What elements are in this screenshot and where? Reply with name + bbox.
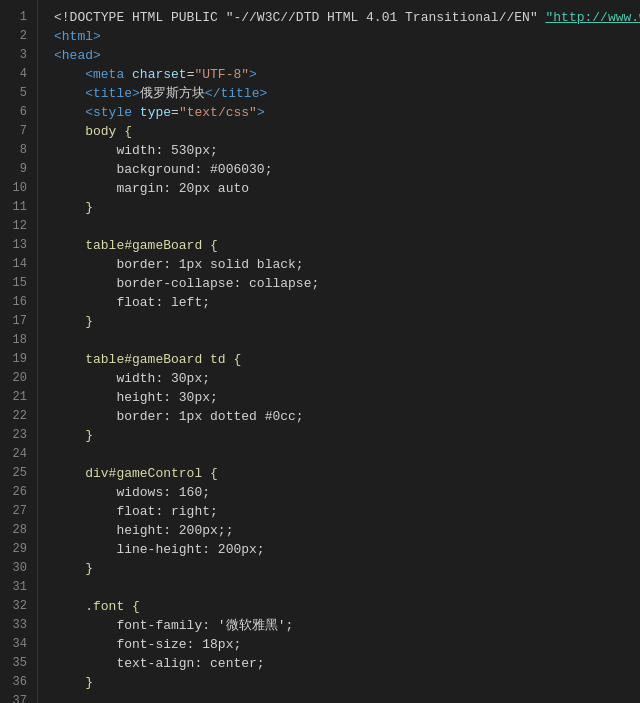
code-line: font-family: '微软雅黑'; bbox=[54, 616, 640, 635]
token: margin: 20px auto bbox=[54, 179, 249, 198]
line-number: 17 bbox=[0, 312, 27, 331]
token: .font { bbox=[54, 597, 140, 616]
code-line bbox=[54, 217, 640, 236]
line-number: 25 bbox=[0, 464, 27, 483]
token: type bbox=[140, 103, 171, 122]
line-number: 8 bbox=[0, 141, 27, 160]
code-line: widows: 160; bbox=[54, 483, 640, 502]
token: < bbox=[54, 84, 93, 103]
line-number: 31 bbox=[0, 578, 27, 597]
code-line: } bbox=[54, 312, 640, 331]
code-line: line-height: 200px; bbox=[54, 540, 640, 559]
token: } bbox=[54, 198, 93, 217]
token: border-collapse: collapse; bbox=[54, 274, 319, 293]
code-line: table#gameBoard { bbox=[54, 236, 640, 255]
code-content[interactable]: <!DOCTYPE HTML PUBLIC "-//W3C//DTD HTML … bbox=[38, 0, 640, 703]
line-number: 19 bbox=[0, 350, 27, 369]
token: </ bbox=[205, 84, 221, 103]
editor-container: 1234567891011121314151617181920212223242… bbox=[0, 0, 640, 703]
code-line: border: 1px dotted #0cc; bbox=[54, 407, 640, 426]
line-number: 34 bbox=[0, 635, 27, 654]
token: "http://www.w3.org/TR/html4/loose.dtd" bbox=[545, 8, 640, 27]
line-number: 22 bbox=[0, 407, 27, 426]
token: = bbox=[187, 65, 195, 84]
token: height: 200px;; bbox=[54, 521, 233, 540]
code-line: height: 30px; bbox=[54, 388, 640, 407]
line-number: 23 bbox=[0, 426, 27, 445]
code-line: } bbox=[54, 559, 640, 578]
code-line: } bbox=[54, 426, 640, 445]
token: html bbox=[62, 27, 93, 46]
code-line: } bbox=[54, 673, 640, 692]
line-number: 13 bbox=[0, 236, 27, 255]
token: = bbox=[171, 103, 179, 122]
line-number: 36 bbox=[0, 673, 27, 692]
token: > bbox=[257, 103, 265, 122]
line-number: 18 bbox=[0, 331, 27, 350]
token: div#gameControl { bbox=[54, 464, 218, 483]
code-line: } bbox=[54, 198, 640, 217]
line-number: 35 bbox=[0, 654, 27, 673]
line-number: 33 bbox=[0, 616, 27, 635]
token: text-align: center; bbox=[54, 654, 265, 673]
line-number: 5 bbox=[0, 84, 27, 103]
token: "UTF-8" bbox=[194, 65, 249, 84]
token: < bbox=[54, 46, 62, 65]
line-numbers: 1234567891011121314151617181920212223242… bbox=[0, 0, 38, 703]
code-line: <!DOCTYPE HTML PUBLIC "-//W3C//DTD HTML … bbox=[54, 8, 640, 27]
code-line: width: 530px; bbox=[54, 141, 640, 160]
line-number: 6 bbox=[0, 103, 27, 122]
token: } bbox=[54, 673, 93, 692]
token: > bbox=[249, 65, 257, 84]
line-number: 28 bbox=[0, 521, 27, 540]
code-line: <head> bbox=[54, 46, 640, 65]
token: width: 30px; bbox=[54, 369, 210, 388]
token: body { bbox=[54, 122, 132, 141]
line-number: 24 bbox=[0, 445, 27, 464]
token: width: 530px; bbox=[54, 141, 218, 160]
line-number: 12 bbox=[0, 217, 27, 236]
code-line bbox=[54, 692, 640, 703]
code-line: <title>俄罗斯方块</title> bbox=[54, 84, 640, 103]
token: table#gameBoard { bbox=[54, 236, 218, 255]
code-line: <html> bbox=[54, 27, 640, 46]
code-line: float: left; bbox=[54, 293, 640, 312]
line-number: 37 bbox=[0, 692, 27, 703]
token: } bbox=[54, 426, 93, 445]
token: line-height: 200px; bbox=[54, 540, 265, 559]
line-number: 10 bbox=[0, 179, 27, 198]
code-line bbox=[54, 331, 640, 350]
token: border: 1px dotted #0cc; bbox=[54, 407, 304, 426]
code-line: <meta charset="UTF-8"> bbox=[54, 65, 640, 84]
code-line: font-size: 18px; bbox=[54, 635, 640, 654]
token: meta bbox=[93, 65, 124, 84]
token bbox=[124, 65, 132, 84]
code-line: width: 30px; bbox=[54, 369, 640, 388]
code-line: <style type="text/css"> bbox=[54, 103, 640, 122]
token: 俄罗斯方块 bbox=[140, 84, 205, 103]
token: border: 1px solid black; bbox=[54, 255, 304, 274]
token: > bbox=[259, 84, 267, 103]
token: float: right; bbox=[54, 502, 218, 521]
token: <!DOCTYPE HTML PUBLIC "-//W3C//DTD HTML … bbox=[54, 8, 545, 27]
token: background: #006030; bbox=[54, 160, 272, 179]
line-number: 16 bbox=[0, 293, 27, 312]
line-number: 14 bbox=[0, 255, 27, 274]
code-line: .font { bbox=[54, 597, 640, 616]
token: > bbox=[93, 27, 101, 46]
code-line: margin: 20px auto bbox=[54, 179, 640, 198]
code-line: float: right; bbox=[54, 502, 640, 521]
code-line: body { bbox=[54, 122, 640, 141]
token: } bbox=[54, 559, 93, 578]
token: title bbox=[93, 84, 132, 103]
token: font-family: '微软雅黑'; bbox=[54, 616, 293, 635]
line-number: 27 bbox=[0, 502, 27, 521]
token: font-size: 18px; bbox=[54, 635, 241, 654]
line-number: 2 bbox=[0, 27, 27, 46]
code-area: 1234567891011121314151617181920212223242… bbox=[0, 0, 640, 703]
code-line: border: 1px solid black; bbox=[54, 255, 640, 274]
token: float: left; bbox=[54, 293, 210, 312]
token: < bbox=[54, 27, 62, 46]
token: head bbox=[62, 46, 93, 65]
token: title bbox=[220, 84, 259, 103]
